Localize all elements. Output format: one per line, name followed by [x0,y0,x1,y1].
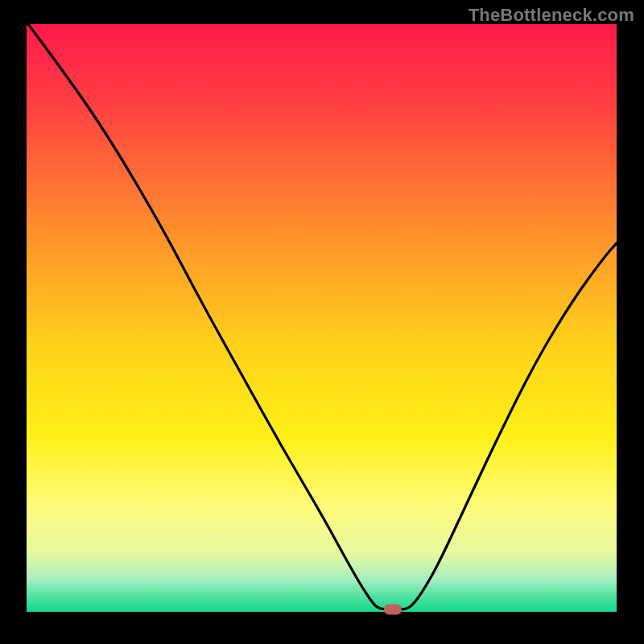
plot-background [27,24,617,612]
bottleneck-chart [0,0,644,644]
optimum-marker [384,605,402,615]
watermark-text: TheBottleneck.com [469,5,634,26]
